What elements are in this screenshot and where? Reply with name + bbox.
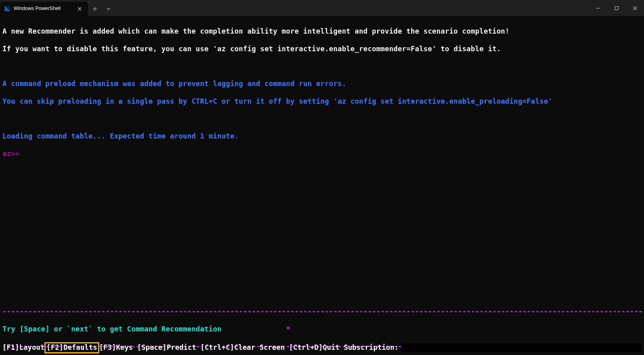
blank-line: [2, 272, 642, 281]
terminal-area[interactable]: A new Recommender is added which can mak…: [0, 16, 644, 355]
output-line: A new Recommender is added which can mak…: [2, 27, 642, 36]
output-line: A command preload mechanism was added to…: [2, 80, 642, 88]
output-line: If you want to disable this feature, you…: [2, 45, 642, 54]
star-icon: *: [286, 325, 291, 333]
output-line: Loading command table... Expected time a…: [2, 132, 642, 141]
svg-rect-0: [4, 6, 10, 12]
blank-line: [2, 62, 642, 71]
f3-keys[interactable]: [F3]Keys: [99, 343, 133, 352]
hint-text: Try [Space] or `next` to get Command Rec…: [2, 325, 222, 333]
titlebar: Windows PowerShell: [0, 0, 644, 16]
powershell-icon: [4, 6, 10, 12]
blank-line: [2, 115, 642, 124]
ctrl-c-clear[interactable]: [Ctrl+C]Clear Screen: [201, 343, 285, 352]
svg-rect-3: [615, 6, 618, 10]
tab-dropdown-button[interactable]: [102, 2, 115, 16]
tab-close-button[interactable]: [76, 5, 83, 12]
window-controls: [589, 0, 644, 16]
function-key-bar: [F1]Layout [F2]Defaults [F3]Keys [Space]…: [2, 342, 642, 353]
blank-line: [2, 255, 642, 264]
subscription-value: [401, 343, 642, 352]
maximize-button[interactable]: [607, 0, 626, 16]
subscription-label: Subscription:: [344, 343, 399, 352]
ctrl-d-quit[interactable]: [Ctrl+D]Quit: [289, 343, 339, 352]
blank-line: [2, 290, 642, 299]
tab-title: Windows PowerShell: [14, 6, 73, 12]
space-predict[interactable]: [Space]Predict: [137, 343, 197, 352]
new-tab-button[interactable]: [88, 2, 102, 16]
tab-powershell[interactable]: Windows PowerShell: [0, 2, 88, 16]
blank-line: [2, 220, 642, 229]
minimize-button[interactable]: [589, 0, 607, 16]
f2-defaults-highlight[interactable]: [F2]Defaults: [44, 342, 99, 353]
f1-layout[interactable]: [F1]Layout: [2, 343, 44, 352]
hint-line: Try [Space] or `next` to get Command Rec…: [2, 325, 642, 334]
close-button[interactable]: [626, 0, 644, 16]
blank-line: [2, 237, 642, 246]
output-line: You can skip preloading in a single pass…: [2, 97, 642, 106]
titlebar-drag-area[interactable]: [115, 0, 589, 16]
separator: ----------------------------------------…: [2, 307, 642, 316]
blank-line: [2, 167, 642, 176]
prompt: az>>: [2, 150, 642, 158]
blank-line: [2, 202, 642, 211]
blank-line: [2, 185, 642, 194]
